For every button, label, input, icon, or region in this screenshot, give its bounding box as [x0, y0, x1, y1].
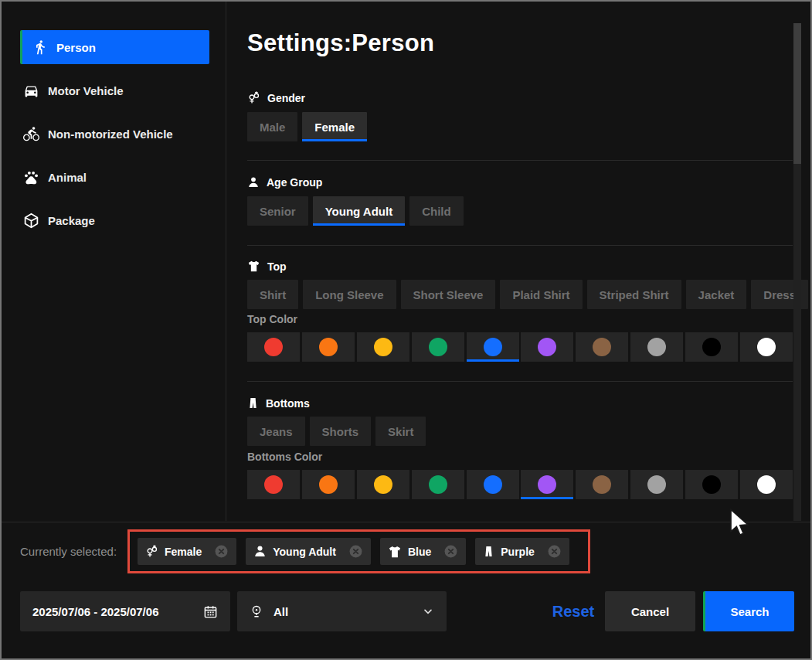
top-options: Shirt Long Sleeve Short Sleeve Plaid Shi… — [247, 280, 808, 309]
chip-label: Young Adult — [273, 546, 336, 558]
calendar-icon — [203, 604, 218, 619]
gender-icon — [145, 545, 158, 558]
sidebar-item-label: Animal — [48, 171, 87, 184]
reset-button[interactable]: Reset — [541, 591, 606, 631]
person-bust-icon — [253, 545, 267, 558]
sidebar-item-package[interactable]: Package — [23, 208, 95, 233]
bottoms-color-swatches — [247, 470, 793, 499]
top-color-white[interactable] — [740, 332, 793, 362]
bottoms-color-green[interactable] — [412, 470, 464, 499]
sidebar-item-person[interactable]: Person — [20, 30, 209, 64]
pants-icon — [247, 396, 259, 410]
sidebar-item-non-motorized-vehicle[interactable]: Non-motorized Vehicle — [23, 121, 173, 146]
package-icon — [23, 213, 39, 229]
bottoms-color-blue[interactable] — [467, 470, 519, 499]
person-bust-icon — [247, 176, 260, 189]
section-label-text: Bottoms — [266, 397, 310, 410]
sidebar-item-animal[interactable]: Animal — [23, 165, 87, 189]
sidebar-item-label: Package — [48, 214, 95, 227]
bottoms-color-red[interactable] — [247, 470, 300, 499]
running-person-icon — [32, 39, 48, 55]
gender-options: Male Female — [247, 112, 367, 141]
option-young-adult[interactable]: Young Adult — [313, 196, 405, 226]
scrollbar-thumb[interactable] — [793, 23, 801, 164]
remove-chip-icon[interactable] — [443, 544, 458, 559]
sidebar-item-motor-vehicle[interactable]: Motor Vehicle — [23, 78, 124, 103]
pants-icon — [483, 545, 494, 558]
tshirt-icon — [247, 260, 260, 273]
chip-label: Purple — [501, 546, 535, 558]
settings-panel: Settings:Person Gender Male Female — [247, 2, 793, 521]
option-skirt[interactable]: Skirt — [375, 417, 426, 446]
section-divider — [247, 245, 793, 246]
bottoms-color-black[interactable] — [685, 470, 738, 499]
chevron-down-icon — [422, 605, 434, 617]
option-male[interactable]: Male — [247, 112, 297, 141]
bottoms-color-yellow[interactable] — [357, 470, 409, 499]
remove-chip-icon[interactable] — [547, 544, 562, 559]
chip-bottoms-purple[interactable]: Purple — [475, 538, 569, 565]
option-shirt[interactable]: Shirt — [247, 280, 298, 309]
option-jeans[interactable]: Jeans — [247, 417, 305, 446]
bottoms-options: Jeans Shorts Skirt — [247, 417, 426, 446]
sidebar-item-label: Person — [56, 41, 96, 54]
chip-female[interactable]: Female — [138, 538, 236, 565]
chip-label: Blue — [408, 546, 431, 558]
option-short-sleeve[interactable]: Short Sleeve — [401, 280, 496, 309]
top-color-black[interactable] — [685, 332, 738, 362]
search-button[interactable]: Search — [703, 591, 794, 631]
option-child[interactable]: Child — [409, 196, 464, 226]
currently-selected-label: Currently selected: — [20, 545, 117, 558]
top-section-label: Top — [247, 260, 287, 273]
top-color-blue[interactable] — [467, 332, 519, 362]
option-shorts[interactable]: Shorts — [310, 417, 372, 446]
age-group-section-label: Age Group — [247, 176, 322, 189]
bottoms-color-label: Bottoms Color — [247, 451, 322, 463]
tshirt-icon — [388, 545, 402, 559]
cancel-button[interactable]: Cancel — [605, 591, 695, 631]
gender-section-label: Gender — [247, 91, 305, 104]
top-color-green[interactable] — [412, 332, 464, 362]
footer-divider — [2, 522, 810, 522]
bottoms-color-brown[interactable] — [576, 470, 628, 499]
section-label-text: Gender — [267, 92, 305, 104]
top-color-gray[interactable] — [630, 332, 683, 362]
section-label-text: Top — [267, 260, 287, 273]
section-label-text: Age Group — [267, 176, 322, 189]
option-plaid-shirt[interactable]: Plaid Shirt — [500, 280, 582, 309]
top-color-red[interactable] — [247, 332, 300, 362]
option-senior[interactable]: Senior — [247, 196, 308, 226]
top-color-brown[interactable] — [576, 332, 628, 362]
bottoms-section-label: Bottoms — [247, 396, 310, 410]
camera-location-select[interactable]: All — [237, 591, 447, 631]
option-jacket[interactable]: Jacket — [686, 280, 747, 309]
settings-window: Person Motor Vehicle Non-motorized Vehic… — [0, 0, 812, 660]
option-long-sleeve[interactable]: Long Sleeve — [303, 280, 396, 309]
chip-label: Female — [165, 546, 202, 558]
top-color-purple[interactable] — [521, 332, 573, 362]
bottoms-color-purple[interactable] — [521, 470, 573, 499]
option-striped-shirt[interactable]: Striped Shirt — [587, 280, 681, 309]
bottoms-color-orange[interactable] — [302, 470, 355, 499]
top-color-yellow[interactable] — [357, 332, 409, 362]
remove-chip-icon[interactable] — [348, 544, 363, 559]
date-range-picker[interactable]: 2025/07/06 - 2025/07/06 — [20, 591, 230, 631]
top-color-orange[interactable] — [302, 332, 355, 362]
car-icon — [23, 83, 39, 99]
bottoms-color-white[interactable] — [740, 470, 793, 499]
camera-icon — [250, 604, 263, 618]
chip-young-adult[interactable]: Young Adult — [246, 538, 371, 565]
remove-chip-icon[interactable] — [214, 544, 229, 559]
section-divider — [247, 381, 793, 382]
location-selected-value: All — [273, 605, 288, 618]
vertical-scrollbar[interactable] — [793, 23, 801, 521]
bicycle-icon — [23, 126, 39, 142]
chip-top-blue[interactable]: Blue — [380, 538, 466, 565]
bottoms-color-gray[interactable] — [630, 470, 683, 499]
sidebar-item-label: Motor Vehicle — [48, 84, 124, 97]
top-color-label: Top Color — [247, 313, 297, 325]
sidebar-item-label: Non-motorized Vehicle — [48, 128, 173, 141]
gender-icon — [247, 91, 260, 104]
section-divider — [247, 160, 793, 161]
option-female[interactable]: Female — [302, 112, 367, 141]
